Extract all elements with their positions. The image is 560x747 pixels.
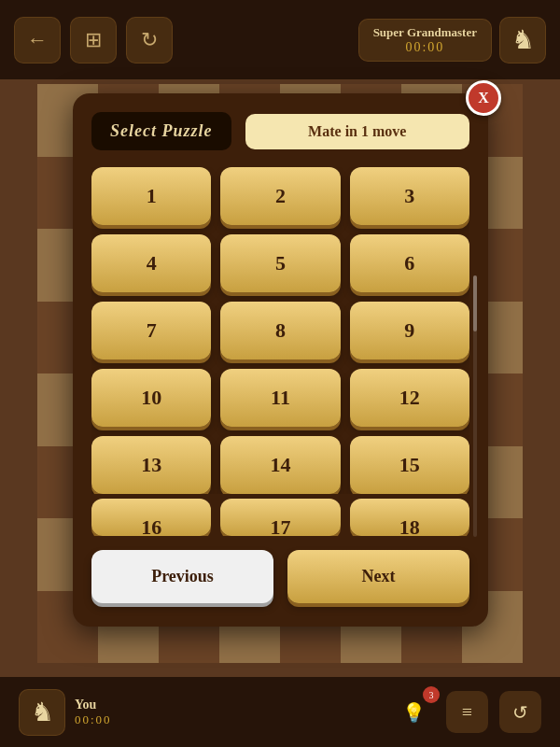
puzzle-button-16[interactable]: 16 — [91, 499, 211, 536]
close-icon: X — [478, 90, 489, 106]
mate-label: Mate in 1 move — [245, 114, 470, 149]
player-piece-icon: ♞ — [19, 689, 65, 736]
puzzle-button-10[interactable]: 10 — [91, 369, 211, 427]
rank-timer-box: Super Grandmaster 00:00 — [358, 19, 492, 62]
top-bar: ← ⊞ ↻ Super Grandmaster 00:00 ♞ — [0, 0, 560, 79]
modal-header: Select Puzzle Mate in 1 move — [91, 112, 469, 150]
refresh-button[interactable]: ↻ — [126, 17, 173, 63]
puzzle-button-17[interactable]: 17 — [220, 499, 340, 536]
puzzle-button-4[interactable]: 4 — [91, 234, 211, 292]
bottom-bar: ♞ You 00:00 💡 3 ≡ ↺ — [0, 677, 560, 747]
puzzle-button-3[interactable]: 3 — [350, 167, 469, 225]
back-button[interactable]: ← — [14, 17, 61, 63]
next-button[interactable]: Next — [287, 550, 469, 603]
refresh-icon: ↻ — [141, 28, 158, 52]
undo-button[interactable]: ↺ — [499, 691, 541, 733]
top-bar-right: Super Grandmaster 00:00 ♞ — [358, 17, 546, 63]
puzzle-button-14[interactable]: 14 — [220, 436, 340, 494]
puzzle-button-1[interactable]: 1 — [91, 167, 211, 225]
puzzle-button-11[interactable]: 11 — [220, 369, 340, 427]
chess-piece-button[interactable]: ♞ — [499, 17, 546, 63]
knight-icon: ♞ — [511, 24, 535, 55]
scroll-indicator — [473, 275, 477, 537]
hint-badge: 3 — [423, 686, 440, 703]
navigation-buttons: Previous Next — [91, 550, 469, 603]
back-icon: ← — [27, 28, 48, 52]
player-section: ♞ You 00:00 — [19, 689, 112, 736]
puzzle-button-12[interactable]: 12 — [350, 369, 469, 427]
puzzle-button-6[interactable]: 6 — [350, 234, 469, 292]
hint-button[interactable]: 💡 3 — [393, 691, 435, 733]
grid-button[interactable]: ⊞ — [70, 17, 117, 63]
player-knight-icon: ♞ — [31, 697, 54, 727]
puzzle-button-2[interactable]: 2 — [220, 167, 340, 225]
player-name: You — [75, 698, 112, 712]
select-puzzle-title: Select Puzzle — [91, 112, 231, 150]
menu-icon: ≡ — [462, 701, 472, 723]
bottom-icons: 💡 3 ≡ ↺ — [393, 691, 541, 733]
puzzle-button-7[interactable]: 7 — [91, 302, 211, 359]
scroll-thumb — [473, 275, 477, 331]
menu-button[interactable]: ≡ — [446, 691, 488, 733]
puzzle-button-13[interactable]: 13 — [91, 436, 211, 494]
top-bar-left: ← ⊞ ↻ — [14, 17, 173, 63]
partial-puzzle-row: 161718 — [91, 499, 469, 536]
puzzle-select-modal: X Select Puzzle Mate in 1 move 123456789… — [73, 93, 488, 627]
undo-icon: ↺ — [512, 701, 528, 724]
puzzle-button-15[interactable]: 15 — [350, 436, 469, 494]
bulb-icon: 💡 — [402, 701, 426, 724]
puzzle-button-8[interactable]: 8 — [220, 302, 340, 359]
grid-icon: ⊞ — [85, 28, 102, 52]
player-timer: 00:00 — [75, 712, 112, 727]
player-info: You 00:00 — [75, 698, 112, 727]
close-button[interactable]: X — [466, 80, 501, 116]
puzzle-grid: 123456789101112131415 — [91, 167, 469, 494]
puzzle-button-18[interactable]: 18 — [350, 499, 469, 536]
top-timer: 00:00 — [373, 40, 477, 55]
puzzle-button-5[interactable]: 5 — [220, 234, 340, 292]
previous-button[interactable]: Previous — [91, 550, 273, 603]
puzzle-button-9[interactable]: 9 — [350, 302, 469, 359]
rank-label: Super Grandmaster — [373, 25, 477, 40]
